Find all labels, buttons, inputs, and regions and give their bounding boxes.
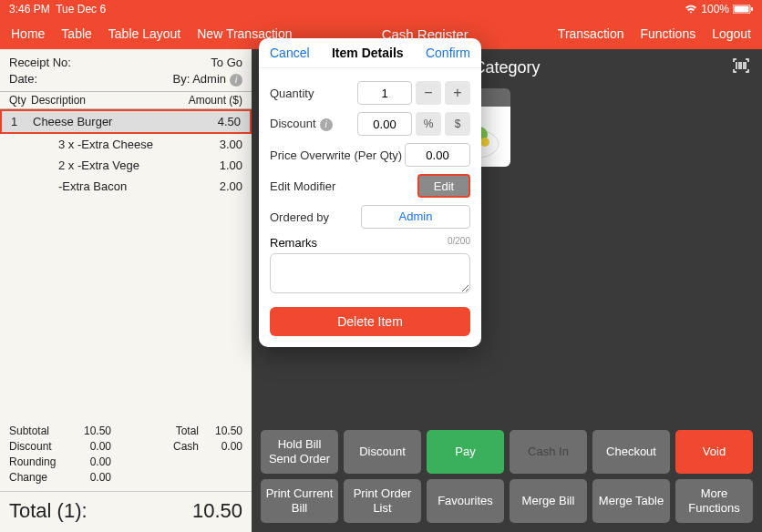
date-label: Date:: [9, 71, 37, 87]
item-desc: -Extra Bacon: [31, 178, 179, 195]
quantity-input[interactable]: [357, 81, 412, 105]
item-amt: 3.00: [179, 136, 242, 153]
battery-icon: [733, 5, 753, 14]
sum-rounding-l: Rounding: [9, 455, 67, 470]
item-qty: 1: [11, 113, 33, 130]
category-title: Category: [473, 58, 540, 77]
item-qty: [9, 157, 31, 174]
ordered-by-label: Ordered by: [270, 210, 361, 224]
action-void[interactable]: Void: [675, 430, 753, 474]
action-discount[interactable]: Discount: [344, 430, 421, 474]
dollar-button[interactable]: $: [445, 112, 470, 136]
status-bar: 3:46 PM Tue Dec 6 100%: [0, 0, 762, 18]
info-icon[interactable]: i: [230, 74, 242, 87]
item-amt: 1.00: [179, 157, 242, 174]
item-qty: [9, 136, 31, 153]
receipt-item[interactable]: 1Cheese Burger4.50: [0, 109, 252, 134]
info-icon[interactable]: i: [320, 118, 333, 131]
plus-button[interactable]: +: [445, 81, 470, 105]
sum-discount-l: Discount: [9, 439, 67, 455]
col-desc: Description: [31, 92, 179, 108]
bottom-buttons: Hold Bill Send OrderDiscountPayCash InCh…: [261, 430, 753, 523]
remarks-input[interactable]: [270, 253, 470, 293]
receipt-panel: Receipt No: To Go Date: By: Admini Qty D…: [0, 49, 252, 532]
action-favourites[interactable]: Favourites: [427, 479, 504, 523]
action-print-current-bill[interactable]: Print Current Bill: [261, 479, 338, 523]
by-label: By: Admin: [172, 72, 226, 86]
modal-title: Item Details: [332, 46, 404, 60]
barcode-icon[interactable]: [733, 58, 749, 75]
price-overwrite-label: Price Overwrite (Per Qty): [270, 148, 405, 162]
price-overwrite-input[interactable]: [405, 143, 470, 167]
sum-subtotal-v: 10.50: [67, 424, 111, 439]
item-amt: 2.00: [179, 178, 242, 195]
item-desc: Cheese Burger: [33, 113, 177, 130]
nav-home[interactable]: Home: [11, 26, 45, 41]
discount-input[interactable]: [357, 112, 412, 136]
col-amt: Amount ($): [179, 92, 242, 108]
delete-item-button[interactable]: Delete Item: [270, 307, 470, 336]
remarks-label: Remarks: [270, 236, 317, 250]
percent-button[interactable]: %: [416, 112, 441, 136]
edit-modifier-button[interactable]: Edit: [417, 174, 470, 198]
nav-logout[interactable]: Logout: [712, 26, 751, 41]
action-more-functions[interactable]: More Functions: [675, 479, 753, 523]
wifi-icon: [685, 5, 697, 14]
sum-rounding-v: 0.00: [67, 455, 111, 470]
action-cash-in: Cash In: [510, 430, 587, 474]
item-qty: [9, 178, 31, 195]
confirm-button[interactable]: Confirm: [426, 46, 470, 60]
sum-cash-l: Cash: [111, 439, 199, 455]
togo-label: To Go: [211, 55, 242, 71]
discount-label: Discount: [270, 117, 316, 130]
nav-table[interactable]: Table: [61, 26, 91, 41]
nav-transaction[interactable]: Transaction: [558, 26, 624, 41]
svg-rect-1: [735, 6, 749, 13]
nav-functions[interactable]: Functions: [640, 26, 695, 41]
battery-text: 100%: [701, 3, 729, 15]
receipt-item[interactable]: 3 x -Extra Cheese3.00: [0, 134, 252, 155]
cancel-button[interactable]: Cancel: [270, 46, 310, 60]
sum-subtotal-l: Subtotal: [9, 424, 67, 439]
total-value: 10.50: [192, 499, 242, 523]
receipt-items: 1Cheese Burger4.503 x -Extra Cheese3.002…: [0, 109, 252, 418]
receipt-summary: Subtotal10.50 Total10.50 Discount0.00 Ca…: [0, 418, 252, 491]
action-pay[interactable]: Pay: [427, 430, 504, 474]
sum-total-v: 10.50: [199, 424, 242, 439]
item-details-modal: Cancel Item Details Confirm Quantity − +…: [259, 38, 481, 347]
nav-table-layout[interactable]: Table Layout: [108, 26, 180, 41]
action-merge-table[interactable]: Merge Table: [592, 479, 670, 523]
receipt-item[interactable]: 2 x -Extra Vege1.00: [0, 155, 252, 176]
sum-change-l: Change: [9, 470, 67, 486]
svg-rect-2: [751, 7, 753, 11]
action-hold-bill-send-order[interactable]: Hold Bill Send Order: [261, 430, 338, 474]
action-merge-bill[interactable]: Merge Bill: [510, 479, 587, 523]
sum-discount-v: 0.00: [67, 439, 111, 455]
col-qty: Qty: [9, 92, 31, 108]
status-date: Tue Dec 6: [56, 3, 106, 15]
action-checkout[interactable]: Checkout: [592, 430, 670, 474]
total-label: Total (1):: [9, 499, 88, 523]
item-desc: 3 x -Extra Cheese: [31, 136, 179, 153]
receipt-columns: Qty Description Amount ($): [0, 91, 252, 109]
sum-cash-v: 0.00: [199, 439, 242, 455]
svg-point-23: [480, 138, 489, 147]
receipt-no-label: Receipt No:: [9, 55, 71, 71]
sum-total-l: Total: [111, 424, 199, 439]
quantity-label: Quantity: [270, 87, 357, 100]
action-print-order-list[interactable]: Print Order List: [344, 479, 421, 523]
status-time: 3:46 PM: [9, 3, 50, 15]
item-desc: 2 x -Extra Vege: [31, 157, 179, 174]
edit-modifier-label: Edit Modifier: [270, 179, 417, 193]
receipt-total: Total (1): 10.50: [0, 491, 252, 532]
ordered-by-select[interactable]: Admin: [361, 205, 470, 229]
sum-change-v: 0.00: [67, 470, 111, 486]
remarks-count: 0/200: [448, 236, 470, 250]
item-amt: 4.50: [177, 113, 241, 130]
receipt-item[interactable]: -Extra Bacon2.00: [0, 176, 252, 197]
minus-button[interactable]: −: [416, 81, 441, 105]
